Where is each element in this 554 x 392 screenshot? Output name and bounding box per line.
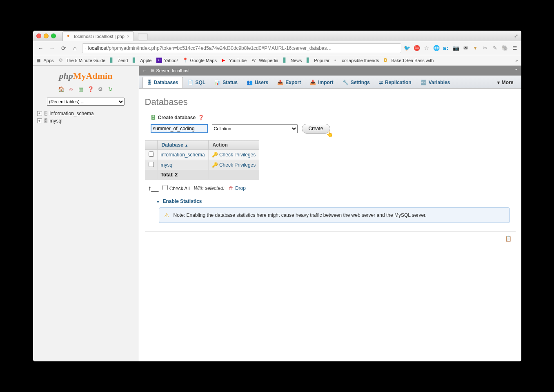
- pencil-icon[interactable]: ✎: [492, 45, 498, 51]
- bookmark-bass[interactable]: BBaked Sea Bass with: [384, 58, 434, 63]
- page-icon: ▫: [85, 45, 87, 51]
- home-button[interactable]: ⌂: [71, 44, 80, 53]
- breadcrumb-server[interactable]: 🖥 Server: localhost: [150, 68, 190, 73]
- bookmark-apps[interactable]: ▦Apps: [36, 58, 54, 63]
- menu-icon[interactable]: ☰: [512, 45, 518, 51]
- db-name-input[interactable]: [151, 124, 208, 133]
- top-tabs: 🗄Databases 📄SQL 📊Status 👥Users 📤Export 📥…: [139, 76, 521, 89]
- settings-icon[interactable]: ⚙: [97, 85, 104, 93]
- tree-label: information_schema: [50, 111, 94, 116]
- docs-icon[interactable]: ❓: [87, 85, 94, 93]
- zoom-window-button[interactable]: [51, 33, 56, 38]
- notepad-icon[interactable]: 📋: [505, 236, 512, 242]
- create-db-label: Create database: [158, 115, 196, 120]
- breadcrumb-back-icon[interactable]: ←: [142, 68, 147, 73]
- check-all-row: ↑__ Check All With selected: 🗑Drop: [148, 185, 516, 192]
- privileges-icon: 🔑: [212, 162, 218, 168]
- reload-nav-icon[interactable]: ↻: [107, 85, 114, 93]
- scissors-icon[interactable]: ✂: [482, 45, 489, 51]
- home-icon[interactable]: 🏠: [58, 85, 65, 93]
- check-privileges-link[interactable]: Check Privileges: [219, 152, 256, 158]
- reload-button[interactable]: ⟳: [59, 44, 68, 53]
- row-checkbox[interactable]: [149, 162, 154, 167]
- new-tab-button[interactable]: [138, 33, 148, 40]
- db-link[interactable]: information_schema: [161, 152, 205, 158]
- help-icon[interactable]: ❓: [198, 115, 204, 120]
- tab-export[interactable]: 📤Export: [273, 77, 305, 88]
- globe-icon[interactable]: 🌐: [433, 45, 440, 51]
- tab-import[interactable]: 📥Import: [305, 77, 338, 88]
- bookmark-youtube[interactable]: ▶YouTube: [222, 58, 247, 63]
- browser-toolbar: ← → ⟳ ⌂ ▫ localhost /phpmyadmin/index.ph…: [33, 41, 521, 55]
- adblock-icon[interactable]: ⛔: [414, 45, 420, 51]
- logout-icon[interactable]: ⎋: [67, 85, 75, 93]
- tab-databases[interactable]: 🗄Databases: [142, 77, 183, 88]
- bookmark-apple[interactable]: ▋Apple: [133, 58, 151, 63]
- close-tab-icon[interactable]: ×: [127, 34, 129, 39]
- tree-node-information-schema[interactable]: + 🗄 information_schema: [37, 110, 135, 117]
- check-all-checkbox[interactable]: [162, 185, 168, 190]
- bookmark-wikipedia[interactable]: WWikipedia: [251, 58, 278, 63]
- camera-icon[interactable]: 📷: [453, 45, 459, 51]
- expand-icon[interactable]: +: [37, 118, 42, 123]
- bookmarks-overflow-icon[interactable]: »: [515, 58, 518, 63]
- address-bar[interactable]: ▫ localhost /phpmyadmin/index.php?token=…: [82, 43, 401, 53]
- create-button[interactable]: Create 👆: [302, 124, 330, 134]
- collation-select[interactable]: Collation: [212, 124, 298, 133]
- drop-icon: 🗑: [229, 185, 234, 191]
- bookmark-5min[interactable]: ⚙The 5 Minute Guide: [59, 58, 106, 63]
- tab-variables[interactable]: 🔤Variables: [416, 77, 455, 88]
- pma-logo: phpMyAdmin: [59, 71, 113, 81]
- mail-icon[interactable]: ✉: [463, 45, 469, 51]
- sql-icon[interactable]: ▦: [77, 85, 85, 93]
- settings-icon: 🔧: [343, 80, 349, 85]
- tab-replication[interactable]: ⇄Replication: [374, 77, 416, 88]
- twitter-icon[interactable]: 🐦: [404, 45, 410, 51]
- favicon-icon: ◆: [67, 34, 72, 39]
- page-body: Databases 🗄 Create database ❓ Collation: [139, 89, 521, 361]
- tab-status[interactable]: 📊Status: [210, 77, 242, 88]
- tab-sql[interactable]: 📄SQL: [183, 77, 210, 88]
- enable-statistics-link[interactable]: Enable Statistics: [163, 198, 516, 204]
- check-all-label[interactable]: Check All: [162, 185, 189, 192]
- bookmark-yahoo[interactable]: Y!Yahoo!: [156, 58, 178, 63]
- tree-node-mysql[interactable]: + 🗄 mysql: [37, 117, 135, 125]
- pocket-icon[interactable]: ▾: [472, 45, 479, 51]
- db-link[interactable]: mysql: [161, 162, 174, 168]
- page-heading: Databases: [145, 97, 516, 107]
- bookmark-gmaps[interactable]: 📍Google Maps: [182, 58, 216, 63]
- tab-users[interactable]: 👥Users: [242, 77, 273, 88]
- check-privileges-link[interactable]: Check Privileges: [219, 162, 256, 168]
- expand-icon[interactable]: +: [37, 111, 42, 116]
- th-database[interactable]: Database ▲: [157, 140, 208, 150]
- sidebar-icons: 🏠 ⎋ ▦ ❓ ⚙ ↻: [58, 85, 114, 93]
- sort-asc-icon: ▲: [185, 143, 188, 147]
- recent-tables-select[interactable]: (Recent tables) ...: [47, 98, 125, 106]
- bookmark-news[interactable]: ▋News: [283, 58, 302, 63]
- export-icon: 📤: [277, 80, 283, 85]
- import-icon: 📥: [310, 80, 316, 85]
- forward-button[interactable]: →: [48, 44, 57, 53]
- new-db-icon: 🗄: [151, 115, 156, 120]
- minimize-window-button[interactable]: [44, 33, 49, 38]
- evernote-icon[interactable]: 🐘: [502, 45, 508, 51]
- tab-settings[interactable]: 🔧Settings: [338, 77, 374, 88]
- browser-tab[interactable]: ◆ localhost / localhost | php ×: [62, 31, 134, 41]
- amazon-icon[interactable]: a:: [443, 45, 449, 51]
- tab-more[interactable]: ▾More: [493, 77, 518, 88]
- total-cell: Total: 2: [157, 170, 208, 180]
- recent-tables[interactable]: (Recent tables) ...: [47, 98, 125, 106]
- bookmark-zend[interactable]: ▋Zend: [110, 58, 128, 63]
- row-checkbox[interactable]: [149, 151, 154, 157]
- fullscreen-icon[interactable]: ⤢: [514, 33, 518, 39]
- users-icon: 👥: [247, 80, 253, 85]
- th-action: Action: [208, 140, 259, 150]
- bookmark-popular[interactable]: ▋Popular: [307, 58, 329, 63]
- table-row: information_schema 🔑 Check Privileges: [145, 150, 259, 160]
- bookmark-collapsible[interactable]: ▫collapsible threads: [334, 58, 379, 63]
- close-window-button[interactable]: [36, 33, 41, 38]
- collapse-icon[interactable]: ⌃: [514, 68, 518, 74]
- back-button[interactable]: ←: [36, 44, 45, 53]
- drop-link[interactable]: 🗑Drop: [229, 185, 246, 191]
- star-icon[interactable]: ☆: [423, 45, 430, 51]
